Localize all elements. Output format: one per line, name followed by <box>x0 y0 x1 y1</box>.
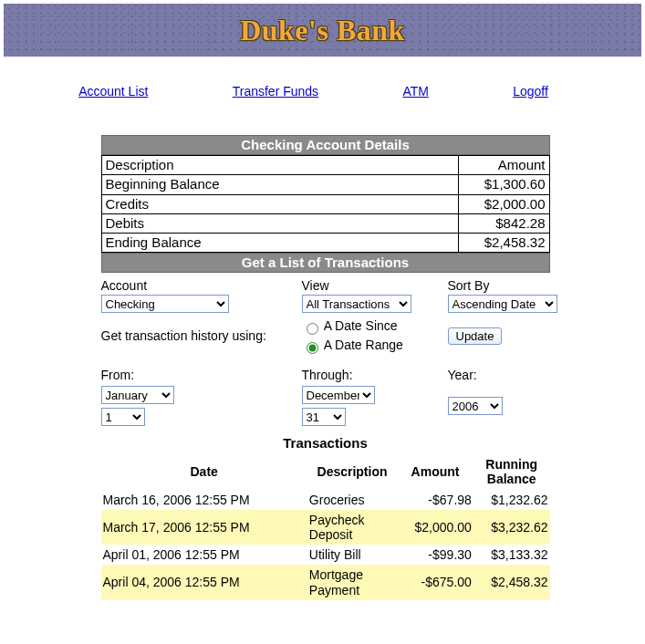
col-desc: Description <box>307 454 397 490</box>
tx-desc: Groceries <box>307 490 397 510</box>
tx-balance: $1,232.62 <box>473 490 550 510</box>
account-details-header: Checking Account Details <box>101 135 550 155</box>
table-row: April 01, 2006 12:55 PMUtility Bill-$99.… <box>101 545 550 565</box>
col-date: Date <box>101 454 307 490</box>
from-month-select[interactable]: January <box>101 386 174 404</box>
table-row: Beginning Balance$1,300.60 <box>101 175 549 194</box>
tx-date: March 16, 2006 12:55 PM <box>101 490 307 510</box>
nav-atm[interactable]: ATM <box>402 84 429 99</box>
tx-date: March 17, 2006 12:55 PM <box>101 510 307 545</box>
transactions-title: Transactions <box>101 435 550 451</box>
filter-header: Get a List of Transactions <box>101 253 550 273</box>
update-button[interactable]: Update <box>448 327 503 345</box>
tx-date: April 01, 2006 12:55 PM <box>101 545 307 565</box>
filter-form: Account Checking View All Transactions S… <box>101 278 550 426</box>
tx-balance: $3,133.32 <box>473 545 550 565</box>
col-balance: Running Balance <box>473 454 550 490</box>
year-select[interactable]: 2006 <box>448 397 503 415</box>
nav-transfer-funds[interactable]: Transfer Funds <box>233 84 318 99</box>
table-header-row: Description Amount <box>101 156 549 175</box>
table-row: March 16, 2006 12:55 PMGroceries-$67.98$… <box>101 490 550 510</box>
radio-date-range[interactable] <box>307 342 318 354</box>
account-details-table: Description Amount Beginning Balance$1,3… <box>101 155 550 253</box>
radio-date-since[interactable] <box>307 323 318 335</box>
banner: Duke's Bank <box>4 4 641 57</box>
tx-amount: -$67.98 <box>397 490 473 510</box>
tx-amount: $2,000.00 <box>397 510 473 545</box>
header-description: Description <box>101 156 458 175</box>
date-mode-group: A Date Since A Date Range <box>302 317 439 355</box>
view-select[interactable]: All Transactions <box>302 295 411 313</box>
through-day-select[interactable]: 31 <box>302 408 346 426</box>
table-row: Credits$2,000.00 <box>101 194 549 213</box>
table-row: Ending Balance$2,458.32 <box>101 234 549 253</box>
from-label: From: <box>101 358 293 382</box>
tx-date: April 04, 2006 12:55 PM <box>101 565 307 599</box>
tx-amount: -$99.30 <box>397 545 473 565</box>
table-row: April 04, 2006 12:55 PMMortgage Payment-… <box>101 565 550 599</box>
view-label: View <box>302 278 439 293</box>
nav-account-list[interactable]: Account List <box>78 84 148 99</box>
account-label: Account <box>101 278 293 293</box>
nav-logoff[interactable]: Logoff <box>513 84 548 99</box>
banner-title: Duke's Bank <box>240 14 405 47</box>
year-label: Year: <box>448 358 557 382</box>
through-month-select[interactable]: December <box>302 386 375 404</box>
table-row: Debits$842.28 <box>101 213 549 233</box>
tx-balance: $2,458.32 <box>473 565 550 599</box>
header-amount: Amount <box>458 156 549 175</box>
transactions-table: Date Description Amount Running Balance … <box>101 454 550 599</box>
history-label: Get transaction history using: <box>101 328 293 343</box>
sort-label: Sort By <box>448 278 557 293</box>
from-day-select[interactable]: 1 <box>101 408 145 426</box>
main-nav: Account List Transfer Funds ATM Logoff <box>0 84 645 99</box>
tx-amount: -$675.00 <box>397 565 473 599</box>
tx-balance: $3,232.62 <box>473 510 550 545</box>
tx-header-row: Date Description Amount Running Balance <box>101 454 550 490</box>
account-select[interactable]: Checking <box>101 295 229 313</box>
tx-desc: Mortgage Payment <box>307 565 397 599</box>
col-amount: Amount <box>397 454 473 490</box>
table-row: March 17, 2006 12:55 PMPaycheck Deposit$… <box>101 510 550 545</box>
tx-desc: Utility Bill <box>307 545 397 565</box>
sort-select[interactable]: Ascending Date <box>448 295 557 313</box>
through-label: Through: <box>302 358 439 382</box>
tx-desc: Paycheck Deposit <box>307 510 397 545</box>
